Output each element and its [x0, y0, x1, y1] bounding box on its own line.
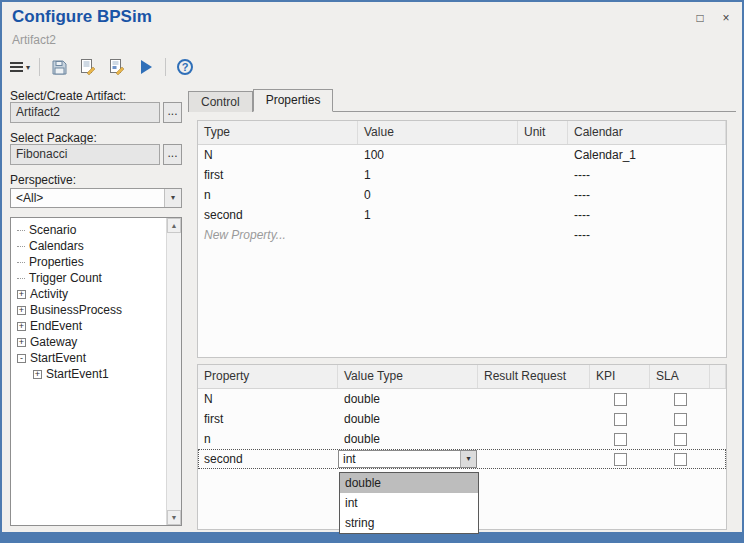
expand-icon[interactable]: +	[17, 338, 26, 347]
sla-checkbox[interactable]	[674, 433, 687, 446]
value-type-dropdown-list: double int string	[339, 472, 479, 534]
package-browse-button[interactable]: ...	[163, 144, 182, 165]
column-header-unit[interactable]: Unit	[518, 121, 568, 144]
help-icon: ?	[177, 59, 193, 75]
toolbar-separator	[39, 58, 40, 76]
column-header-value-type[interactable]: Value Type	[338, 365, 478, 388]
tree-item-startevent1[interactable]: +StartEvent1	[33, 366, 179, 382]
dropdown-option-int[interactable]: int	[340, 493, 478, 513]
table-row[interactable]: N double	[198, 389, 726, 409]
expand-icon[interactable]: +	[17, 306, 26, 315]
tree-item-activity[interactable]: +Activity	[17, 286, 179, 302]
new-property-row[interactable]: New Property... ----	[198, 225, 726, 245]
tree-item-trigger-count[interactable]: Trigger Count	[17, 270, 179, 286]
expand-icon[interactable]: +	[17, 290, 26, 299]
tree-item-label: Activity	[30, 286, 68, 302]
tree-item-label: EndEvent	[30, 318, 82, 334]
sla-checkbox[interactable]	[674, 453, 687, 466]
tree-item-calendars[interactable]: Calendars	[17, 238, 179, 254]
dropdown-option-double[interactable]: double	[340, 473, 478, 493]
sla-checkbox[interactable]	[674, 413, 687, 426]
collapse-icon[interactable]: -	[17, 354, 26, 363]
column-header-sla[interactable]: SLA	[650, 365, 710, 388]
cell-value-type: double	[338, 389, 478, 409]
table-header: Property Value Type Result Request KPI S…	[198, 365, 726, 389]
tree-item-businessprocess[interactable]: +BusinessProcess	[17, 302, 179, 318]
dialog-subtitle: Artifact2	[12, 33, 56, 47]
cell-filler	[710, 389, 726, 409]
bpsim-tree: Scenario Calendars Properties Trigger Co…	[10, 217, 182, 526]
help-button[interactable]: ?	[175, 57, 195, 77]
hamburger-icon	[10, 60, 23, 74]
table-row[interactable]: second 1 ----	[198, 205, 726, 225]
column-header-property[interactable]: Property	[198, 365, 338, 388]
package-label: Select Package:	[10, 131, 97, 145]
cell-result-request	[478, 429, 590, 449]
package-field[interactable]: Fibonacci	[10, 144, 160, 165]
cell-property: N	[198, 389, 338, 409]
value-type-combobox[interactable]: int ▾	[338, 450, 477, 468]
toolbar-separator2	[165, 58, 166, 76]
table-row-selected[interactable]: second int ▾	[198, 449, 726, 469]
cell-property: second	[198, 449, 338, 469]
column-header-type[interactable]: Type	[198, 121, 358, 144]
save-button[interactable]	[49, 57, 69, 77]
combobox-value: int	[339, 451, 460, 467]
tab-properties[interactable]: Properties	[253, 89, 334, 112]
tree-item-label: Calendars	[29, 238, 84, 254]
kpi-checkbox[interactable]	[614, 393, 627, 406]
kpi-checkbox[interactable]	[614, 433, 627, 446]
perspective-select[interactable]: <All> ▾	[10, 188, 182, 208]
scroll-down-icon[interactable]: ▼	[167, 510, 181, 525]
cell-type: n	[198, 185, 358, 205]
artifact-browse-button[interactable]: ...	[163, 102, 182, 123]
dialog-title: Configure BPSim	[12, 7, 152, 27]
close-button[interactable]: ×	[718, 10, 734, 26]
scroll-up-icon[interactable]: ▲	[167, 218, 181, 233]
edit-document-icon	[80, 59, 96, 75]
combobox-dropdown-icon[interactable]: ▾	[460, 451, 476, 467]
edit-document-button[interactable]	[78, 57, 98, 77]
column-header-result-request[interactable]: Result Request	[478, 365, 590, 388]
sla-checkbox[interactable]	[674, 393, 687, 406]
dropdown-option-string[interactable]: string	[340, 513, 478, 533]
cell-calendar: ----	[568, 205, 726, 225]
cell-value: 0	[358, 185, 518, 205]
column-header-filler	[710, 365, 726, 388]
run-simulation-button[interactable]	[136, 57, 156, 77]
table-row[interactable]: first double	[198, 409, 726, 429]
configure-bpsim-dialog: Configure BPSim □ × Artifact2 ▾	[0, 0, 744, 543]
cell-result-request	[478, 409, 590, 429]
table-row[interactable]: n double	[198, 429, 726, 449]
tree-item-label: StartEvent	[30, 350, 86, 366]
cell-value: 1	[358, 205, 518, 225]
table-row[interactable]: n 0 ----	[198, 185, 726, 205]
tree-item-endevent[interactable]: +EndEvent	[17, 318, 179, 334]
edit-document-alt-button[interactable]	[107, 57, 127, 77]
table-header: Type Value Unit Calendar	[198, 121, 726, 145]
kpi-checkbox[interactable]	[614, 413, 627, 426]
tree-item-gateway[interactable]: +Gateway	[17, 334, 179, 350]
column-header-calendar[interactable]: Calendar	[568, 121, 726, 144]
cell-new-property[interactable]: New Property...	[198, 225, 358, 245]
expand-icon[interactable]: +	[33, 370, 42, 379]
tree-item-scenario[interactable]: Scenario	[17, 222, 179, 238]
menu-button[interactable]: ▾	[10, 60, 30, 74]
tree-scrollbar[interactable]: ▲ ▼	[166, 218, 181, 525]
tree-item-startevent[interactable]: -StartEvent	[17, 350, 179, 366]
cell-calendar: ----	[568, 165, 726, 185]
expand-icon[interactable]: +	[17, 322, 26, 331]
table-row[interactable]: first 1 ----	[198, 165, 726, 185]
play-icon	[141, 60, 152, 74]
artifact-field[interactable]: Artifact2	[10, 102, 160, 123]
tab-control[interactable]: Control	[188, 91, 253, 112]
tree-item-label: Scenario	[29, 222, 76, 238]
maximize-button[interactable]: □	[692, 10, 708, 26]
kpi-checkbox[interactable]	[614, 453, 627, 466]
column-header-value[interactable]: Value	[358, 121, 518, 144]
tree-item-properties[interactable]: Properties	[17, 254, 179, 270]
tree-twig	[17, 230, 25, 231]
table-row[interactable]: N 100 Calendar_1	[198, 145, 726, 165]
cell-unit	[518, 165, 568, 185]
column-header-kpi[interactable]: KPI	[590, 365, 650, 388]
